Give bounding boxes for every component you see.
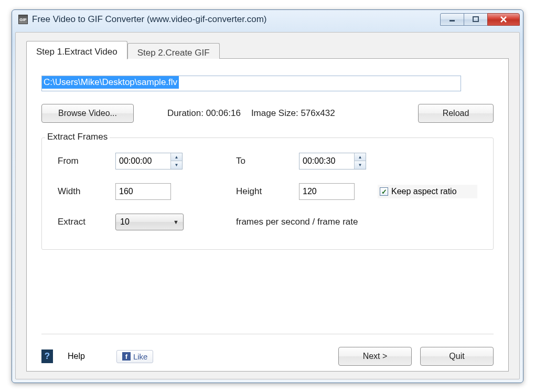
image-size-text: Image Size: 576x432 [251,108,335,119]
keep-aspect-label: Keep aspect ratio [391,187,457,196]
duration-text: Duration: 00:06:16 [167,108,241,119]
extract-label: Extract [58,217,115,227]
svg-rect-0 [450,20,455,22]
next-button[interactable]: Next > [338,347,412,366]
bottom-bar: ? Help f Like Next > Quit [41,334,494,366]
from-spinner[interactable]: ▲▼ [170,153,182,169]
reload-button[interactable]: Reload [418,104,494,123]
tab-create-gif[interactable]: Step 2.Create GIF [127,43,220,59]
help-label[interactable]: Help [68,352,85,361]
framerate-combo[interactable]: 10 ▼ [115,214,184,230]
facebook-icon: f [122,352,131,361]
facebook-like-button[interactable]: f Like [116,350,154,363]
height-input[interactable] [299,183,355,200]
client-area: Step 1.Extract Video Step 2.Create GIF C… [15,32,520,379]
filepath-input[interactable]: C:\Users\Mike\Desktop\sample.flv [41,76,461,91]
from-label: From [58,156,115,166]
close-icon [500,16,507,23]
to-time-input[interactable]: 00:00:30 ▲▼ [299,153,366,169]
width-input[interactable] [115,183,171,200]
close-button[interactable] [487,13,520,26]
window-title: Free Video to GIF Converter (www.video-g… [32,14,267,25]
maximize-icon [473,16,479,23]
tab-extract-video[interactable]: Step 1.Extract Video [26,41,127,59]
minimize-icon [449,16,455,23]
keep-aspect-checkbox[interactable]: ✓ Keep aspect ratio [378,185,477,198]
to-label: To [236,156,299,166]
window-controls [441,13,520,26]
browse-video-button[interactable]: Browse Video... [41,104,134,123]
minimize-button[interactable] [440,13,464,26]
svg-rect-1 [473,17,478,22]
from-time-input[interactable]: 00:00:00 ▲▼ [115,153,183,169]
chevron-down-icon: ▼ [173,219,179,225]
to-spinner[interactable]: ▲▼ [354,153,366,169]
checkbox-icon: ✓ [380,187,388,196]
height-label: Height [236,186,299,197]
extract-frames-group: Extract Frames From 00:00:00 ▲▼ To 00:00… [41,137,494,250]
fps-label: frames per second / frame rate [236,217,477,227]
help-icon[interactable]: ? [41,349,53,363]
quit-button[interactable]: Quit [420,347,494,366]
width-label: Width [58,186,115,197]
tabstrip: Step 1.Extract Video Step 2.Create GIF [26,41,509,59]
app-icon: GIF [18,15,28,24]
group-legend: Extract Frames [45,132,110,142]
app-window: GIF Free Video to GIF Converter (www.vid… [12,9,523,383]
titlebar[interactable]: GIF Free Video to GIF Converter (www.vid… [12,10,523,29]
maximize-button[interactable] [464,13,488,26]
tab-panel: C:\Users\Mike\Desktop\sample.flv Browse … [26,58,509,372]
